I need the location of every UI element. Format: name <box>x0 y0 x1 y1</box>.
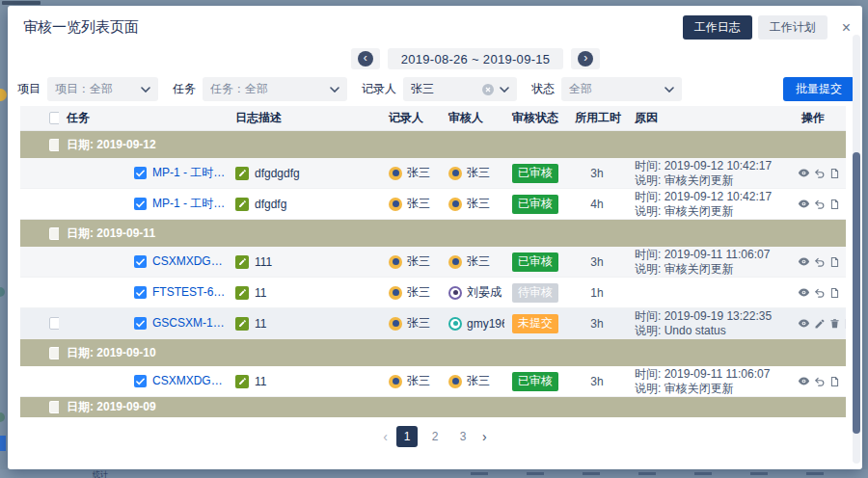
log-description-cell: 11 <box>228 317 381 331</box>
group-row: 日期: 2019-09-10 <box>20 339 846 366</box>
delete-icon[interactable] <box>829 318 840 330</box>
row-checkbox[interactable] <box>49 317 59 330</box>
task-link[interactable]: FTSTEST-6 - 这个是我的，谁也别... <box>152 284 228 301</box>
edit-icon[interactable] <box>814 318 826 330</box>
log-edit-icon <box>235 317 249 331</box>
recorder-name: 张三 <box>407 315 430 332</box>
filter-value: 项目：全部 <box>55 81 135 97</box>
log-description-cell: 11 <box>228 286 381 300</box>
group-checkbox[interactable] <box>49 401 59 413</box>
filter-select-3[interactable]: 张三 <box>403 77 517 101</box>
status-cell: 已审核 <box>504 252 567 272</box>
copy-icon[interactable] <box>829 287 840 299</box>
avatar <box>389 317 402 331</box>
copy-icon[interactable] <box>829 168 840 179</box>
pagination-page[interactable]: 1 <box>396 426 418 447</box>
status-cell: 未提交 <box>504 314 567 333</box>
log-description-cell: 111 <box>228 255 381 269</box>
view-icon[interactable] <box>798 375 810 387</box>
avatar <box>389 198 402 211</box>
copy-icon[interactable] <box>829 256 840 268</box>
task-checkbox[interactable] <box>134 167 147 179</box>
task-link[interactable]: MP-1 - 工时报表：用户选择框 <box>152 196 228 212</box>
avatar <box>448 198 462 211</box>
pagination-page[interactable]: 3 <box>452 426 474 447</box>
avatar-dot <box>393 289 399 296</box>
filter-value: 任务：全部 <box>210 81 324 97</box>
auditor-name: 张三 <box>467 165 490 181</box>
copy-icon[interactable] <box>829 199 840 210</box>
log-description: dfgdfg <box>255 198 286 211</box>
task-link[interactable]: MP-1 - 工时报表：用户选择框 <box>152 165 228 181</box>
log-edit-icon <box>235 255 249 269</box>
group-checkbox[interactable] <box>49 139 59 151</box>
undo-icon[interactable] <box>814 376 826 387</box>
recorder-name: 张三 <box>407 284 430 301</box>
task-checkbox[interactable] <box>134 255 147 268</box>
work-log-button[interactable]: 工作日志 <box>683 15 752 40</box>
recorder-cell: 张三 <box>381 253 441 270</box>
task-link[interactable]: CSXMXDGXDG-2 - 测试case <box>152 373 228 389</box>
reason-time: 时间: 2019-09-12 10:42:17 <box>635 159 794 173</box>
reason-time: 时间: 2019-09-11 11:06:07 <box>635 248 794 262</box>
view-icon[interactable] <box>798 317 810 330</box>
view-icon[interactable] <box>798 255 810 268</box>
undo-icon[interactable] <box>814 256 826 268</box>
reason-cell: 时间: 2019-09-12 10:42:17说明: 审核关闭更新 <box>627 190 794 219</box>
view-icon[interactable] <box>798 167 810 179</box>
view-icon[interactable] <box>798 198 810 210</box>
copy-icon[interactable] <box>844 318 846 330</box>
column-header: 任务 <box>59 110 228 126</box>
date-next-button[interactable]: › <box>571 48 600 69</box>
filter-value: 全部 <box>569 81 659 97</box>
pagination-page[interactable]: 2 <box>424 426 446 447</box>
table-row: CSXMXDGXDG-2 - 测试case11张三张三已审核3h时间: 2019… <box>20 366 846 397</box>
scrollbar-thumb[interactable] <box>853 152 860 434</box>
undo-icon[interactable] <box>814 199 826 210</box>
recorder-cell: 张三 <box>381 315 441 332</box>
date-prev-button[interactable]: ‹ <box>351 48 380 69</box>
pagination-next[interactable]: › <box>480 429 489 444</box>
task-link[interactable]: CSXMXDGXDG-2 - 测试case <box>152 253 228 270</box>
task-checkbox[interactable] <box>134 375 147 387</box>
hours-value: 4h <box>567 198 627 211</box>
clear-icon[interactable] <box>482 84 494 95</box>
background-page-fragment <box>471 472 488 475</box>
pagination-prev[interactable]: ‹ <box>381 429 390 444</box>
avatar-dot <box>453 290 458 295</box>
chevron-left-icon: ‹ <box>358 51 373 66</box>
work-plan-button[interactable]: 工作计划 <box>758 15 827 40</box>
header-checkbox[interactable] <box>49 112 59 124</box>
status-cell: 待审核 <box>504 283 567 303</box>
filter-select-2[interactable]: 任务：全部 <box>203 77 347 101</box>
close-icon[interactable]: × <box>842 20 851 36</box>
undo-icon[interactable] <box>814 287 826 299</box>
actions-cell <box>794 286 846 299</box>
actions-cell <box>794 167 846 179</box>
background-page-fragment <box>0 89 7 101</box>
copy-icon[interactable] <box>829 376 840 387</box>
task-checkbox[interactable] <box>134 286 147 299</box>
filter-select-1[interactable]: 项目：全部 <box>47 77 158 101</box>
background-page-fragment: 统计 <box>0 469 868 478</box>
header-checkbox-cell <box>20 112 59 124</box>
group-checkbox[interactable] <box>49 227 59 240</box>
task-checkbox[interactable] <box>134 317 147 330</box>
log-edit-icon <box>235 375 249 388</box>
task-link[interactable]: GSCSXM-1 - 报表Issue勿动 <box>152 315 228 332</box>
table-scrollbar[interactable] <box>853 35 860 464</box>
auditor-name: 刘晏成 <box>467 284 502 301</box>
log-description: 11 <box>255 375 266 388</box>
filter-bar: 项目项目：全部任务任务：全部记录人张三状态全部批量提交 <box>17 77 854 101</box>
undo-icon[interactable] <box>814 168 826 179</box>
reason-cell: 时间: 2019-09-11 11:06:07说明: 审核关闭更新 <box>627 248 794 277</box>
task-checkbox[interactable] <box>134 198 147 210</box>
batch-submit-button[interactable]: 批量提交 <box>783 77 854 101</box>
view-icon[interactable] <box>798 286 810 299</box>
chevron-down-icon <box>665 87 674 93</box>
avatar-dot <box>453 321 458 326</box>
hours-value: 3h <box>567 167 627 180</box>
group-checkbox[interactable] <box>49 347 59 359</box>
date-range[interactable]: 2019-08-26 ~ 2019-09-15 <box>388 48 564 69</box>
filter-select-4[interactable]: 全部 <box>561 77 682 101</box>
